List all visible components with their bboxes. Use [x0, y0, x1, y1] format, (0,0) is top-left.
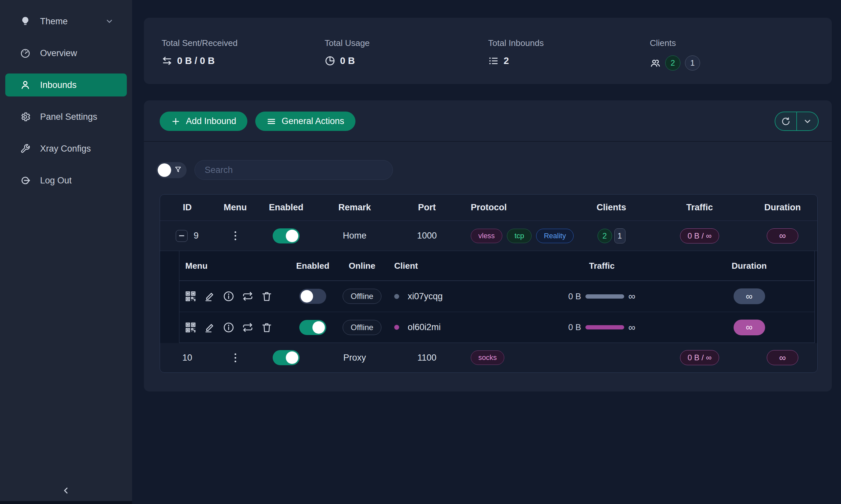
traffic-badge: 0 B / ∞: [680, 350, 719, 365]
reset-traffic-icon[interactable]: [242, 322, 254, 334]
inbound-id: 9: [193, 231, 199, 241]
header-clients: Clients: [571, 202, 652, 213]
client-traffic-used: 0 B: [568, 322, 581, 332]
header-port: Port: [393, 202, 461, 213]
inbound-port: 1000: [393, 231, 461, 241]
toggle-knob: [158, 163, 171, 177]
toggle-knob: [286, 352, 298, 364]
protocol-tag-tcp: tcp: [507, 229, 532, 243]
row-menu-button[interactable]: [233, 229, 238, 242]
stat-label: Total Usage: [325, 38, 470, 48]
stat-label: Clients: [650, 38, 832, 48]
minus-icon: [179, 235, 184, 236]
filter-row: [144, 142, 832, 180]
stat-total-sent-received: Total Sent/Received 0 B / 0 B: [144, 18, 307, 84]
info-icon[interactable]: [223, 290, 235, 302]
protocol-tag-reality: Reality: [536, 229, 573, 243]
plus-icon: [171, 116, 181, 126]
stat-clients: Clients 2 1: [632, 18, 832, 84]
sidebar-item-log-out[interactable]: Log Out: [5, 169, 127, 192]
client-duration-badge: ∞: [734, 288, 765, 304]
stat-value: 2: [504, 55, 509, 66]
hamburger-icon: [267, 116, 276, 126]
delete-icon[interactable]: [261, 322, 273, 334]
client-enabled-toggle[interactable]: [299, 289, 326, 304]
gauge-icon: [20, 48, 31, 59]
client-enabled-toggle[interactable]: [299, 320, 326, 335]
team-icon: [650, 58, 660, 69]
stats-card: Total Sent/Received 0 B / 0 B Total Usag…: [144, 18, 832, 84]
refresh-button-group: [775, 111, 819, 131]
sidebar-item-xray-configs[interactable]: Xray Configs: [5, 137, 127, 160]
stat-value: 0 B / 0 B: [177, 55, 214, 66]
online-status-badge: Offline: [343, 320, 382, 335]
edit-icon[interactable]: [204, 322, 216, 334]
gear-icon: [20, 111, 31, 122]
filter-toggle[interactable]: [156, 162, 187, 178]
add-inbound-button[interactable]: Add Inbound: [160, 111, 247, 131]
clients-header-client: Client: [382, 261, 513, 271]
pie-chart-icon: [325, 55, 336, 66]
protocol-tag-vless: vless: [471, 229, 502, 243]
clients-deactivated-badge: 1: [685, 55, 700, 71]
collapse-row-button[interactable]: [176, 230, 188, 242]
search-input[interactable]: [194, 160, 393, 180]
qrcode-icon[interactable]: [185, 290, 196, 302]
sidebar-bottom-strip: [0, 501, 132, 504]
client-name: ol60i2mi: [408, 322, 441, 332]
refresh-icon: [781, 116, 791, 126]
toggle-knob: [301, 290, 313, 303]
info-icon[interactable]: [223, 322, 235, 334]
sidebar-item-overview[interactable]: Overview: [5, 42, 127, 65]
clients-sub-table: Menu Enabled Online Client Traffic Durat…: [179, 251, 815, 343]
header-enabled: Enabled: [256, 202, 316, 213]
sidebar: Theme Overview Inbounds Panel Settings: [0, 0, 132, 504]
clients-header-duration: Duration: [690, 261, 808, 271]
general-actions-label: General Actions: [281, 116, 344, 126]
general-actions-button[interactable]: General Actions: [255, 111, 356, 131]
chevron-left-icon: [61, 486, 71, 496]
row-menu-button[interactable]: [233, 352, 238, 364]
traffic-badge: 0 B / ∞: [680, 228, 719, 244]
inbound-id: 10: [182, 353, 192, 363]
sidebar-item-label: Inbounds: [40, 80, 76, 90]
protocol-tag-socks: socks: [471, 350, 504, 365]
reset-traffic-icon[interactable]: [242, 290, 254, 302]
edit-icon[interactable]: [204, 290, 216, 302]
header-remark: Remark: [316, 202, 393, 213]
clients-header-row: Menu Enabled Online Client Traffic Durat…: [179, 251, 814, 281]
clients-header-menu: Menu: [185, 261, 283, 271]
chevron-down-icon: [105, 17, 114, 25]
sidebar-item-panel-settings[interactable]: Panel Settings: [5, 105, 127, 128]
header-protocol: Protocol: [461, 202, 571, 213]
clients-online-badge: 2: [665, 55, 680, 71]
client-duration-badge: ∞: [734, 320, 765, 335]
enabled-toggle[interactable]: [273, 228, 299, 244]
sidebar-item-theme[interactable]: Theme: [5, 10, 127, 33]
refresh-button[interactable]: [775, 112, 796, 130]
inbound-remark: Home: [316, 231, 393, 241]
stat-total-usage: Total Usage 0 B: [307, 18, 470, 84]
delete-icon[interactable]: [261, 290, 273, 302]
inbounds-panel: Add Inbound General Actions: [144, 101, 832, 392]
clients-header-enabled: Enabled: [283, 261, 342, 271]
sidebar-collapse-button[interactable]: [0, 486, 132, 496]
list-icon: [488, 55, 499, 66]
online-status-badge: Offline: [343, 289, 382, 304]
main-content: Total Sent/Received 0 B / 0 B Total Usag…: [132, 0, 841, 504]
qrcode-icon[interactable]: [185, 322, 196, 334]
sidebar-item-inbounds[interactable]: Inbounds: [5, 73, 127, 96]
client-row-ol60i2mi: Offline ol60i2mi 0 B ∞ ∞: [179, 312, 814, 343]
header-menu: Menu: [214, 202, 256, 213]
refresh-options-button[interactable]: [796, 112, 818, 130]
header-id: ID: [160, 202, 214, 213]
wrench-icon: [20, 143, 31, 154]
traffic-limit: ∞: [629, 322, 635, 333]
stat-label: Total Sent/Received: [161, 38, 307, 48]
enabled-toggle[interactable]: [273, 350, 299, 365]
traffic-limit: ∞: [629, 291, 635, 302]
toolbar: Add Inbound General Actions: [144, 101, 832, 141]
inbound-remark: Proxy: [316, 353, 393, 363]
clients-header-traffic: Traffic: [513, 261, 690, 271]
add-inbound-label: Add Inbound: [186, 116, 236, 126]
